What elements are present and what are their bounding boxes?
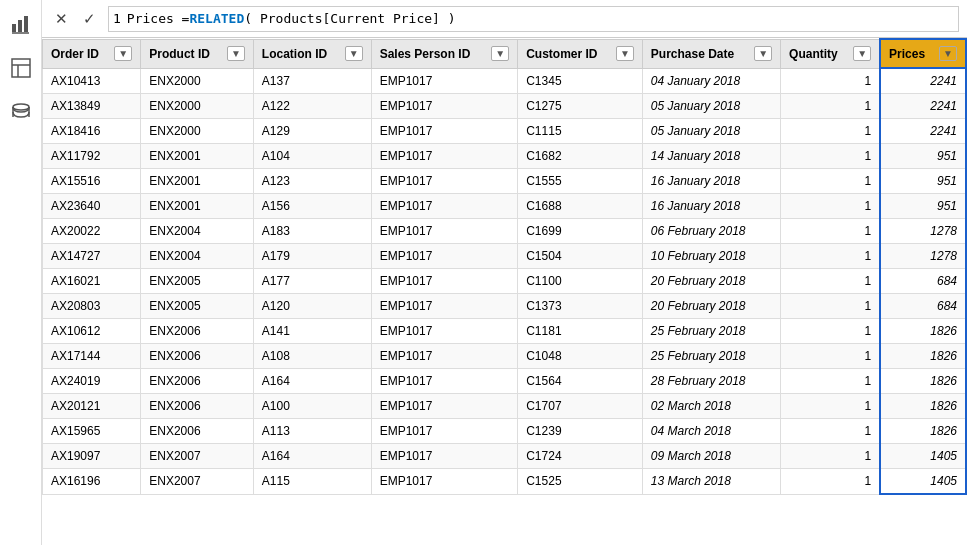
cell-purchase_date: 16 January 2018 [642, 169, 780, 194]
cell-order_id: AX10413 [43, 68, 141, 94]
left-sidebar [0, 0, 42, 545]
cell-product_id: ENX2006 [141, 344, 254, 369]
formula-func-name: RELATED [189, 11, 244, 26]
col-header-customer-id: Customer ID ▼ [518, 39, 643, 68]
cell-order_id: AX10612 [43, 319, 141, 344]
cell-prices: 1826 [880, 344, 966, 369]
cell-customer_id: C1275 [518, 94, 643, 119]
cell-sales_person_id: EMP1017 [371, 269, 518, 294]
table-row: AX20022ENX2004A183EMP1017C169906 Februar… [43, 219, 967, 244]
cell-prices: 2241 [880, 119, 966, 144]
table-row: AX15516ENX2001A123EMP1017C155516 January… [43, 169, 967, 194]
cell-customer_id: C1345 [518, 68, 643, 94]
formula-bar: ✕ ✓ 1 Prices = RELATED ( Products[Curren… [42, 0, 967, 38]
col-header-location-id: Location ID ▼ [253, 39, 371, 68]
cell-sales_person_id: EMP1017 [371, 419, 518, 444]
cell-sales_person_id: EMP1017 [371, 344, 518, 369]
formula-display[interactable]: 1 Prices = RELATED ( Products[Current Pr… [108, 6, 959, 32]
cell-product_id: ENX2001 [141, 144, 254, 169]
cell-prices: 1826 [880, 369, 966, 394]
cell-location_id: A129 [253, 119, 371, 144]
filter-order-id[interactable]: ▼ [114, 46, 132, 61]
col-header-purchase-date: Purchase Date ▼ [642, 39, 780, 68]
cell-location_id: A179 [253, 244, 371, 269]
filter-purchase-date[interactable]: ▼ [754, 46, 772, 61]
cell-location_id: A113 [253, 419, 371, 444]
cell-customer_id: C1373 [518, 294, 643, 319]
cell-order_id: AX16021 [43, 269, 141, 294]
cell-prices: 684 [880, 294, 966, 319]
cell-purchase_date: 05 January 2018 [642, 94, 780, 119]
cell-sales_person_id: EMP1017 [371, 469, 518, 495]
cell-order_id: AX20121 [43, 394, 141, 419]
table-row: AX14727ENX2004A179EMP1017C150410 Februar… [43, 244, 967, 269]
cell-prices: 951 [880, 169, 966, 194]
cell-purchase_date: 20 February 2018 [642, 294, 780, 319]
cell-customer_id: C1724 [518, 444, 643, 469]
cell-customer_id: C1181 [518, 319, 643, 344]
svg-rect-2 [24, 16, 28, 32]
filter-product-id[interactable]: ▼ [227, 46, 245, 61]
cell-location_id: A122 [253, 94, 371, 119]
database-icon[interactable] [7, 98, 35, 126]
cell-location_id: A115 [253, 469, 371, 495]
cell-quantity: 1 [781, 344, 881, 369]
cell-location_id: A104 [253, 144, 371, 169]
filter-quantity[interactable]: ▼ [853, 46, 871, 61]
formula-line-number: 1 [113, 11, 121, 26]
cell-prices: 1826 [880, 319, 966, 344]
filter-prices[interactable]: ▼ [939, 46, 957, 61]
cell-quantity: 1 [781, 444, 881, 469]
cell-order_id: AX15965 [43, 419, 141, 444]
table-row: AX16196ENX2007A115EMP1017C152513 March 2… [43, 469, 967, 495]
cell-quantity: 1 [781, 469, 881, 495]
cell-product_id: ENX2006 [141, 369, 254, 394]
cell-quantity: 1 [781, 169, 881, 194]
cell-customer_id: C1555 [518, 169, 643, 194]
chart-bar-icon[interactable] [7, 10, 35, 38]
cell-customer_id: C1048 [518, 344, 643, 369]
data-table: Order ID ▼ Product ID ▼ [42, 38, 967, 495]
cell-prices: 684 [880, 269, 966, 294]
filter-sales-person-id[interactable]: ▼ [491, 46, 509, 61]
cell-prices: 2241 [880, 68, 966, 94]
table-row: AX18416ENX2000A129EMP1017C111505 January… [43, 119, 967, 144]
cell-quantity: 1 [781, 144, 881, 169]
table-icon[interactable] [7, 54, 35, 82]
confirm-icon[interactable]: ✓ [78, 8, 100, 30]
cell-location_id: A156 [253, 194, 371, 219]
cell-location_id: A141 [253, 319, 371, 344]
cell-quantity: 1 [781, 369, 881, 394]
cell-order_id: AX14727 [43, 244, 141, 269]
cell-quantity: 1 [781, 319, 881, 344]
cancel-icon[interactable]: ✕ [50, 8, 72, 30]
table-container[interactable]: Order ID ▼ Product ID ▼ [42, 38, 967, 545]
cell-order_id: AX20803 [43, 294, 141, 319]
cell-quantity: 1 [781, 194, 881, 219]
cell-quantity: 1 [781, 219, 881, 244]
cell-quantity: 1 [781, 269, 881, 294]
cell-product_id: ENX2000 [141, 68, 254, 94]
cell-location_id: A177 [253, 269, 371, 294]
cell-sales_person_id: EMP1017 [371, 294, 518, 319]
col-header-product-id: Product ID ▼ [141, 39, 254, 68]
cell-prices: 1278 [880, 244, 966, 269]
cell-purchase_date: 16 January 2018 [642, 194, 780, 219]
cell-product_id: ENX2004 [141, 219, 254, 244]
cell-product_id: ENX2000 [141, 119, 254, 144]
cell-prices: 951 [880, 194, 966, 219]
cell-purchase_date: 13 March 2018 [642, 469, 780, 495]
table-row: AX24019ENX2006A164EMP1017C156428 Februar… [43, 369, 967, 394]
table-row: AX20121ENX2006A100EMP1017C170702 March 2… [43, 394, 967, 419]
formula-text-static: Prices = [127, 11, 190, 26]
cell-product_id: ENX2006 [141, 419, 254, 444]
cell-customer_id: C1239 [518, 419, 643, 444]
cell-customer_id: C1682 [518, 144, 643, 169]
filter-location-id[interactable]: ▼ [345, 46, 363, 61]
table-row: AX16021ENX2005A177EMP1017C110020 Februar… [43, 269, 967, 294]
filter-customer-id[interactable]: ▼ [616, 46, 634, 61]
table-row: AX13849ENX2000A122EMP1017C127505 January… [43, 94, 967, 119]
cell-prices: 1278 [880, 219, 966, 244]
col-header-quantity: Quantity ▼ [781, 39, 881, 68]
main-content: ✕ ✓ 1 Prices = RELATED ( Products[Curren… [42, 0, 967, 545]
